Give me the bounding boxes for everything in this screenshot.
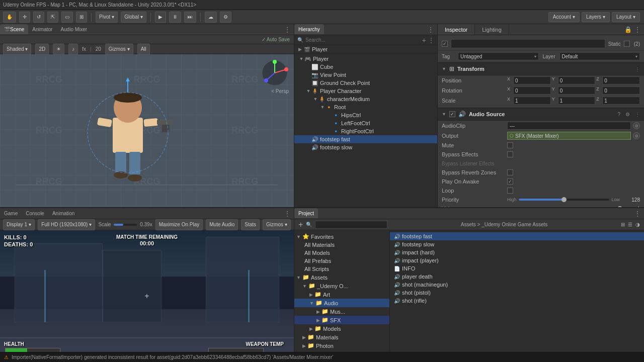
proj-audio-folder[interactable]: ▼ 📁 Audio (294, 299, 389, 307)
proj-file-impact-player[interactable]: 🔊 impact (player) (390, 256, 644, 264)
proj-mus-folder[interactable]: ▶ 📁 Mus... (294, 307, 389, 316)
layout-button[interactable]: Layout ▾ (612, 12, 640, 22)
all-button[interactable]: All (137, 44, 150, 55)
account-button[interactable]: Account ▾ (548, 12, 580, 22)
proj-file-shot-machinegun[interactable]: 🔊 shot (machinegun) (390, 281, 644, 289)
proj-sfx-folder[interactable]: ▶ 📁 SFX (294, 316, 389, 324)
proj-file-footstep-slow[interactable]: 🔊 footstep slow (390, 240, 644, 248)
hier-item-player[interactable]: ▼ 🎮 Player (294, 55, 437, 63)
audioclip-field[interactable]: --- (507, 122, 631, 130)
proj-file-impact-hard[interactable]: 🔊 impact (hard) (390, 248, 644, 256)
audio-collapse-arrow[interactable]: ▼ (442, 112, 446, 117)
resolution-dropdown[interactable]: Full HD (1920x1080) ▾ (38, 219, 95, 230)
hier-item-rightfoot[interactable]: 🔹 RightFootCtrl (294, 127, 437, 135)
object-active-checkbox[interactable] (442, 41, 448, 47)
lighting-toggle[interactable]: ☀ (53, 44, 64, 55)
play-button[interactable]: ▶ (155, 12, 166, 23)
pivot-button[interactable]: Pivot ▾ (96, 12, 118, 23)
position-z-field[interactable]: 0 (602, 76, 640, 84)
gizmos-button[interactable]: Gizmos ▾ (105, 44, 133, 55)
object-name-field[interactable] (451, 39, 605, 48)
proj-file-info[interactable]: 📄 INFO (390, 264, 644, 273)
audio-toggle[interactable]: ♪ (68, 44, 78, 55)
scene-view[interactable]: RRCG RRCG RRCG RRCG RRCG RRCG RRCG RRCG … (0, 54, 294, 207)
position-y-field[interactable]: 0 (558, 76, 596, 84)
transform-collapse-arrow[interactable]: ▼ (442, 66, 446, 71)
hier-item-footstep-slow[interactable]: 🔊 footstep slow (294, 143, 437, 151)
hier-item-footstep-fast[interactable]: 🔊 footstep fast (294, 135, 437, 143)
proj-photon-folder[interactable]: ▶ 📁 Photon (294, 341, 389, 350)
favorites-header[interactable]: ▼ ⭐ Favorites (294, 232, 389, 241)
collab-button[interactable]: ☁ (205, 12, 217, 23)
hier-item-hipsctrl[interactable]: 🔹 HipsCtrl (294, 111, 437, 119)
pause-button[interactable]: ⏸ (169, 12, 181, 23)
hier-item-leftfoot[interactable]: 🔹 LeftFootCtrl (294, 119, 437, 127)
tab-audio-mixer[interactable]: Audio Mixer (56, 24, 91, 34)
tab-project[interactable]: Project (294, 208, 318, 218)
audio-checkbox[interactable]: ✓ (449, 111, 455, 117)
proj-file-shot-rifle[interactable]: 🔊 shot (rifle) (390, 297, 644, 305)
proj-file-shot-pistol[interactable]: 🔊 shot (pistol) (390, 289, 644, 297)
hier-item-playercharacter[interactable]: ▼ 🧍 Player Character (294, 87, 437, 95)
scene-arrow[interactable]: ▶ (298, 47, 302, 52)
rotation-y-field[interactable]: 0 (558, 86, 596, 95)
scale-tool-button[interactable]: ⇱ (47, 12, 58, 23)
hier-item-viewpoint[interactable]: 📷 View Point (294, 71, 437, 79)
hierarchy-search-input[interactable] (305, 37, 420, 43)
rect-tool-button[interactable]: ▭ (61, 12, 73, 23)
proj-fav-all-scripts[interactable]: All Scripts (294, 265, 389, 273)
scale-slider[interactable] (114, 224, 137, 226)
game-options-button[interactable]: ⋮ (284, 210, 291, 218)
scale-y-field[interactable]: 1 (558, 97, 596, 105)
display-dropdown[interactable]: Display 1 ▾ (3, 219, 35, 230)
scale-x-field[interactable]: 1 (513, 97, 551, 105)
game-gizmos-button[interactable]: Gizmos ▾ (263, 219, 291, 230)
tab-animation[interactable]: Animation (48, 208, 78, 218)
rotation-x-field[interactable]: 0 (513, 86, 551, 95)
project-options-button[interactable]: ⋮ (634, 210, 641, 218)
tab-hierarchy[interactable]: Hierarchy (294, 24, 324, 34)
output-field[interactable]: ⬡ SFX (Master Mixer) (507, 132, 631, 140)
bypass-reverb-checkbox[interactable] (507, 169, 513, 175)
rotation-z-field[interactable]: 0 (602, 86, 640, 95)
move-tool-button[interactable]: ✛ (19, 12, 30, 23)
proj-fav-all-models[interactable]: All Models (294, 249, 389, 257)
hierarchy-add-button[interactable]: + (422, 36, 426, 44)
proj-fav-all-materials[interactable]: All Materials (294, 241, 389, 249)
proj-art-folder[interactable]: ▶ 📁 Art (294, 290, 389, 299)
audio-settings-icon[interactable]: ⚙ (625, 112, 630, 117)
proj-fav-all-prefabs[interactable]: All Prefabs (294, 257, 389, 265)
scale-z-field[interactable]: 1 (602, 97, 640, 105)
project-add-button[interactable]: + (298, 220, 303, 229)
audio-help-icon[interactable]: ? (617, 112, 620, 117)
step-button[interactable]: ⏭ (184, 12, 196, 23)
proj-materials-folder[interactable]: ▶ 📁 Materials (294, 333, 389, 341)
tab-game[interactable]: Game (0, 208, 22, 218)
global-button[interactable]: Global ▾ (121, 12, 146, 23)
transform-options[interactable]: ⋮ (635, 66, 640, 72)
hier-item-root[interactable]: ▼ 🔸 Root (294, 103, 437, 111)
loop-checkbox[interactable] (507, 188, 513, 194)
proj-models-folder[interactable]: ▶ 📁 Models (294, 324, 389, 333)
audio-options[interactable]: ⋮ (635, 112, 640, 117)
rotate-tool-button[interactable]: ↺ (33, 12, 44, 23)
game-view[interactable]: KILLS: 0 DEATHS: 0 MATCH TIME REMAINING … (0, 230, 294, 362)
multi-tool-button[interactable]: ⊞ (76, 12, 87, 23)
project-view-toggle-3[interactable]: ◑ (635, 222, 640, 227)
proj-file-footstep-fast[interactable]: 🔊 footstep fast (390, 232, 644, 240)
insp-lock-icon[interactable]: 🔒 (624, 26, 632, 33)
tab-lighting[interactable]: Lighting (475, 24, 509, 35)
layer-dropdown[interactable]: Default ▾ (559, 52, 640, 60)
hand-tool-button[interactable]: ✋ (3, 12, 16, 23)
hier-item-cube[interactable]: ⬜ Cube (294, 63, 437, 71)
hier-item-charmedium[interactable]: ▼ 🧍 characterMedium (294, 95, 437, 103)
2d-button[interactable]: 2D (35, 44, 49, 55)
priority-slider[interactable] (519, 199, 610, 201)
insp-options-button[interactable]: ⋮ (634, 26, 641, 34)
proj-udemy-folder[interactable]: ▼ 📁 _Udemy O... (294, 282, 389, 290)
mute-audio-button[interactable]: Mute Audio (206, 219, 238, 230)
tab-scene[interactable]: 🎬 Scene (0, 24, 28, 34)
bypass-effects-checkbox[interactable] (507, 151, 513, 157)
project-view-toggle-1[interactable]: ⊞ (621, 222, 625, 227)
proj-file-player-death[interactable]: 🔊 player death (390, 273, 644, 281)
